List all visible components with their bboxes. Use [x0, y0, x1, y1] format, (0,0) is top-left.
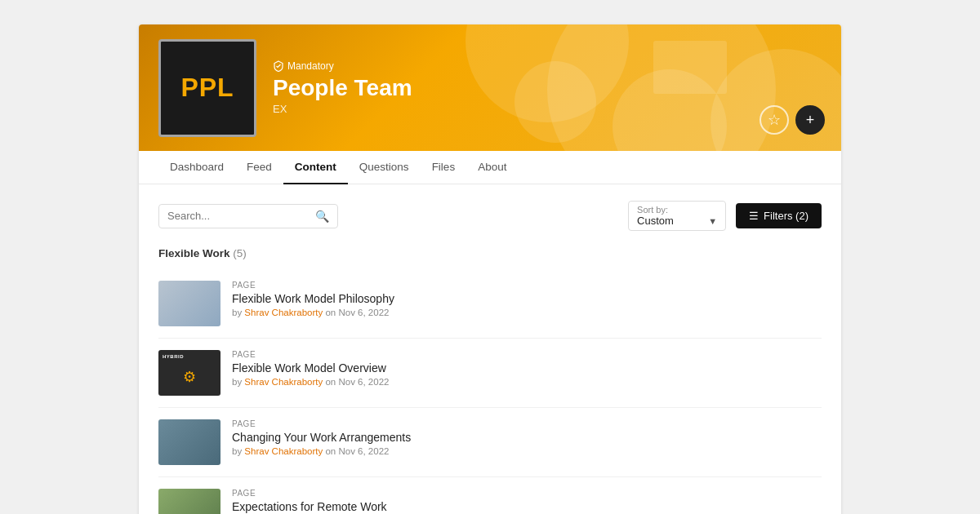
item-date: Nov 6, 2022: [338, 377, 389, 387]
author-link[interactable]: Shrav Chakraborty: [244, 446, 323, 456]
content-area: 🔍 Sort by: Custom ▼ ☰ Filters (2) Flexi: [139, 184, 841, 514]
item-type: PAGE: [232, 281, 394, 290]
plus-icon: +: [806, 112, 815, 129]
item-thumbnail: [158, 419, 220, 465]
chevron-down-icon: ▼: [708, 216, 717, 226]
item-meta: by Shrav Chakraborty on Nov 6, 2022: [232, 308, 394, 317]
item-meta: by Shrav Chakraborty on Nov 6, 2022: [232, 377, 389, 387]
tab-questions[interactable]: Questions: [348, 151, 421, 184]
meta-by: by: [232, 446, 242, 456]
item-title[interactable]: Flexible Work Model Philosophy: [232, 292, 394, 305]
meta-by: by: [232, 377, 242, 387]
list-item: PAGE Changing Your Work Arrangements by …: [158, 408, 822, 477]
item-info: PAGE Changing Your Work Arrangements by …: [232, 419, 411, 456]
author-link[interactable]: Shrav Chakraborty: [244, 308, 323, 317]
section-title: Flexible Work: [158, 247, 230, 259]
search-input[interactable]: [167, 210, 310, 222]
banner: PPL Mandatory People Team EX ☆: [139, 24, 841, 151]
group-logo: PPL: [158, 39, 256, 137]
list-item: PAGE Flexible Work Model Philosophy by S…: [158, 269, 822, 339]
thumb-philosophy: [158, 281, 220, 326]
favorite-button[interactable]: ☆: [760, 105, 789, 135]
meta-by: by: [232, 308, 242, 317]
item-type: PAGE: [232, 350, 389, 359]
tab-content[interactable]: Content: [283, 151, 348, 184]
hybrid-icon: ⚙: [183, 368, 196, 386]
meta-on: on: [325, 446, 338, 456]
sort-dropdown[interactable]: Sort by: Custom ▼: [628, 201, 726, 231]
logo-initials: PPL: [180, 73, 234, 103]
mandatory-badge: Mandatory: [273, 60, 412, 72]
group-tag: EX: [273, 103, 412, 115]
meta-on: on: [325, 308, 338, 317]
item-thumbnail: [158, 489, 220, 514]
section-header: Flexible Work (5): [158, 247, 822, 259]
item-title[interactable]: Flexible Work Model Overview: [232, 361, 389, 374]
main-container: PPL Mandatory People Team EX ☆: [139, 24, 841, 514]
thumb-overview: HYBRID ⚙: [158, 350, 220, 396]
item-thumbnail: [158, 281, 220, 326]
add-button[interactable]: +: [795, 105, 825, 135]
search-icon: 🔍: [315, 210, 329, 223]
banner-info: Mandatory People Team EX: [273, 60, 412, 115]
tab-feed[interactable]: Feed: [235, 151, 283, 184]
item-type: PAGE: [232, 419, 411, 428]
search-box[interactable]: 🔍: [158, 204, 338, 228]
tab-dashboard[interactable]: Dashboard: [158, 151, 235, 184]
page-wrapper: PPL Mandatory People Team EX ☆: [0, 0, 980, 514]
thumb-remote: [158, 489, 220, 514]
sort-label: Sort by:: [637, 205, 717, 215]
item-thumbnail: HYBRID ⚙: [158, 350, 220, 396]
item-meta: by Shrav Chakraborty on Nov 6, 2022: [232, 446, 411, 456]
group-name: People Team: [273, 75, 412, 101]
tab-files[interactable]: Files: [421, 151, 467, 184]
content-list: PAGE Flexible Work Model Philosophy by S…: [158, 269, 822, 514]
item-date: Nov 6, 2022: [338, 446, 389, 456]
mandatory-label: Mandatory: [287, 60, 334, 72]
item-title[interactable]: Expectations for Remote Work: [232, 500, 389, 513]
item-title[interactable]: Changing Your Work Arrangements: [232, 431, 411, 444]
meta-on: on: [325, 377, 338, 387]
author-link[interactable]: Shrav Chakraborty: [244, 377, 323, 387]
item-info: PAGE Expectations for Remote Work by Shr…: [232, 489, 389, 514]
item-date: Nov 6, 2022: [338, 308, 389, 317]
item-info: PAGE Flexible Work Model Philosophy by S…: [232, 281, 394, 317]
banner-actions: ☆ +: [760, 105, 825, 135]
filter-label: Filters (2): [764, 210, 808, 222]
thumb-arrangements: [158, 419, 220, 465]
section-count: (5): [233, 247, 247, 259]
star-icon: ☆: [768, 111, 781, 129]
search-filter-row: 🔍 Sort by: Custom ▼ ☰ Filters (2): [158, 201, 822, 231]
list-item: HYBRID ⚙ PAGE Flexible Work Model Overvi…: [158, 339, 822, 408]
sort-value: Custom: [637, 215, 674, 227]
list-item: PAGE Expectations for Remote Work by Shr…: [158, 477, 822, 514]
item-type: PAGE: [232, 489, 389, 498]
item-info: PAGE Flexible Work Model Overview by Shr…: [232, 350, 389, 387]
filter-icon: ☰: [749, 210, 759, 222]
tab-about[interactable]: About: [466, 151, 518, 184]
filter-button[interactable]: ☰ Filters (2): [736, 203, 822, 228]
shield-icon: [273, 60, 284, 72]
nav-tabs: Dashboard Feed Content Questions Files A…: [139, 151, 841, 184]
